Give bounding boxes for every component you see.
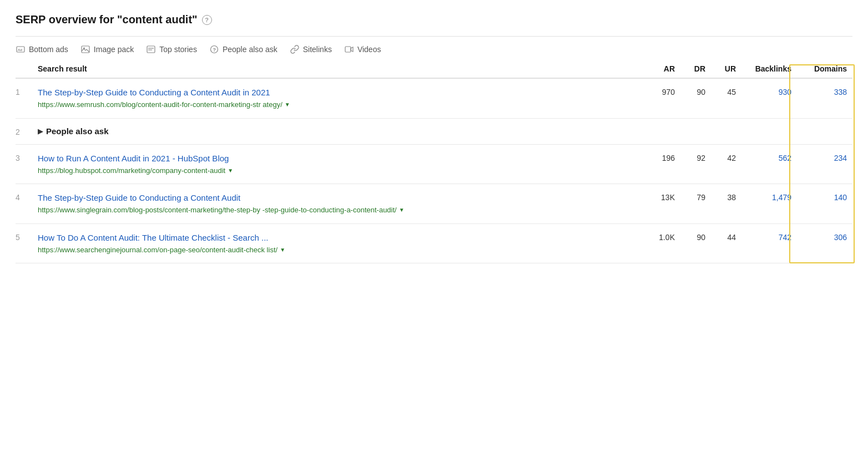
ad-icon: Ad — [16, 44, 26, 54]
stat-dr: 90 — [675, 87, 705, 96]
table-row-paa: 2 ▶ People also ask — [16, 119, 852, 145]
paa-arrow-icon: ▶ — [38, 128, 43, 135]
stat-backlinks[interactable]: 742 — [736, 232, 791, 242]
result-cell: How to Run A Content Audit in 2021 - Hub… — [38, 152, 636, 176]
feature-bar: Ad Bottom ads Image pack Top stories — [16, 44, 852, 54]
result-cell: How To Do A Content Audit: The Ultimate … — [38, 232, 636, 256]
stat-ar: 1.0K — [636, 232, 675, 242]
feature-label-sitelinks: Sitelinks — [303, 45, 332, 54]
result-title-link[interactable]: The Step-by-Step Guide to Conducting a C… — [38, 88, 270, 97]
link-icon — [290, 44, 300, 54]
row-number: 5 — [16, 232, 38, 242]
serp-table: Search result AR DR UR Backlinks Domains… — [16, 64, 852, 263]
col-search-result: Search result — [38, 64, 636, 73]
svg-text:Ad: Ad — [18, 48, 22, 52]
feature-label-people-also-ask: People also ask — [223, 45, 277, 54]
url-text: https://blog.hubspot.com/marketing/compa… — [38, 165, 225, 176]
svg-rect-2 — [82, 46, 89, 53]
result-cell: The Step-by-Step Guide to Conducting a C… — [38, 87, 636, 110]
stat-ur: 42 — [705, 152, 736, 162]
stat-ar: 13K — [636, 192, 675, 202]
result-title-link[interactable]: How to Run A Content Audit in 2021 - Hub… — [38, 154, 229, 163]
feature-sitelinks[interactable]: Sitelinks — [290, 44, 332, 54]
feature-label-bottom-ads: Bottom ads — [29, 45, 68, 54]
feature-label-top-stories: Top stories — [159, 45, 197, 54]
stat-ur: 38 — [705, 192, 736, 202]
url-text: https://www.semrush.com/blog/content-aud… — [38, 99, 282, 110]
result-title-link[interactable]: How To Do A Content Audit: The Ultimate … — [38, 233, 268, 242]
stat-domains[interactable]: 306 — [791, 232, 852, 242]
result-url: https://www.semrush.com/blog/content-aud… — [38, 99, 636, 110]
feature-label-image-pack: Image pack — [94, 45, 134, 54]
svg-text:?: ? — [213, 47, 216, 53]
url-text: https://www.searchenginejournal.com/on-p… — [38, 245, 277, 256]
row-number: 4 — [16, 192, 38, 202]
col-num — [16, 64, 38, 73]
video-icon — [344, 44, 354, 54]
row-number: 1 — [16, 87, 38, 96]
col-ar: AR — [636, 64, 675, 73]
result-title-link[interactable]: The Step-by-Step Guide to Conducting a C… — [38, 193, 240, 202]
feature-videos[interactable]: Videos — [344, 44, 381, 54]
feature-people-also-ask[interactable]: ? People also ask — [209, 44, 277, 54]
paa-label[interactable]: ▶ People also ask — [38, 126, 636, 136]
stat-dr: 90 — [675, 232, 705, 242]
stat-backlinks[interactable]: 562 — [736, 152, 791, 162]
result-url: https://www.searchenginejournal.com/on-p… — [38, 245, 636, 256]
url-dropdown-arrow[interactable]: ▼ — [228, 166, 233, 175]
feature-image-pack[interactable]: Image pack — [80, 44, 134, 54]
stories-icon — [146, 44, 156, 54]
stat-backlinks[interactable]: 1,479 — [736, 192, 791, 202]
stat-ar: 196 — [636, 152, 675, 162]
stat-domains[interactable]: 140 — [791, 192, 852, 202]
image-icon — [80, 44, 90, 54]
url-dropdown-arrow[interactable]: ▼ — [280, 246, 285, 254]
row-number: 3 — [16, 152, 38, 162]
result-url: https://blog.hubspot.com/marketing/compa… — [38, 165, 636, 176]
stat-backlinks[interactable]: 930 — [736, 87, 791, 96]
col-ur: UR — [705, 64, 736, 73]
stat-dr: 92 — [675, 152, 705, 162]
col-backlinks: Backlinks — [736, 64, 791, 73]
divider — [16, 36, 852, 37]
table-row: 3 How to Run A Content Audit in 2021 - H… — [16, 145, 852, 185]
table-header: Search result AR DR UR Backlinks Domains — [16, 64, 852, 79]
question-icon: ? — [209, 44, 219, 54]
feature-bottom-ads[interactable]: Ad Bottom ads — [16, 44, 68, 54]
stat-ur: 45 — [705, 87, 736, 96]
svg-rect-9 — [345, 47, 351, 52]
col-dr: DR — [675, 64, 705, 73]
feature-label-videos: Videos — [357, 45, 381, 54]
col-domains: Domains — [791, 64, 852, 73]
feature-top-stories[interactable]: Top stories — [146, 44, 197, 54]
help-icon[interactable]: ? — [202, 15, 212, 25]
stat-dr: 79 — [675, 192, 705, 202]
url-text: https://www.singlegrain.com/blog-posts/c… — [38, 205, 397, 216]
table-row: 4 The Step-by-Step Guide to Conducting a… — [16, 184, 852, 224]
row-number: 2 — [16, 126, 38, 136]
stat-domains[interactable]: 338 — [791, 87, 852, 96]
url-dropdown-arrow[interactable]: ▼ — [399, 206, 405, 214]
result-cell: The Step-by-Step Guide to Conducting a C… — [38, 192, 636, 216]
stat-ar: 970 — [636, 87, 675, 96]
url-dropdown-arrow[interactable]: ▼ — [285, 100, 290, 109]
result-url: https://www.singlegrain.com/blog-posts/c… — [38, 205, 636, 216]
table-row: 1 The Step-by-Step Guide to Conducting a… — [16, 79, 852, 119]
svg-rect-4 — [147, 46, 155, 53]
stat-ur: 44 — [705, 232, 736, 242]
table-row: 5 How To Do A Content Audit: The Ultimat… — [16, 224, 852, 264]
stat-domains[interactable]: 234 — [791, 152, 852, 162]
page-title: SERP overview for "content audit" ? — [16, 13, 852, 26]
